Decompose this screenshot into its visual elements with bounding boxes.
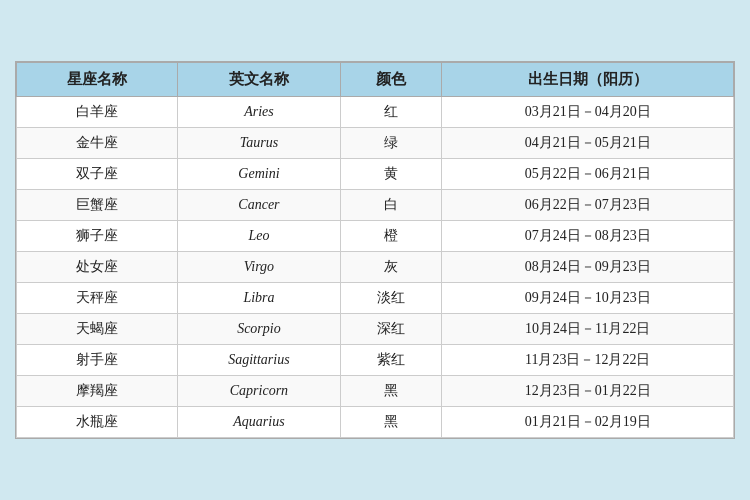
table-cell-3-0: 巨蟹座 — [17, 190, 178, 221]
table-cell-5-1: Virgo — [177, 252, 341, 283]
table-header-3: 出生日期（阳历） — [442, 63, 734, 97]
table-cell-7-0: 天蝎座 — [17, 314, 178, 345]
table-row: 水瓶座Aquarius黑01月21日－02月19日 — [17, 407, 734, 438]
table-cell-8-0: 射手座 — [17, 345, 178, 376]
table-cell-9-1: Capricorn — [177, 376, 341, 407]
table-cell-5-3: 08月24日－09月23日 — [442, 252, 734, 283]
table-cell-8-1: Sagittarius — [177, 345, 341, 376]
table-row: 白羊座Aries红03月21日－04月20日 — [17, 97, 734, 128]
table-cell-5-2: 灰 — [341, 252, 442, 283]
table-cell-7-1: Scorpio — [177, 314, 341, 345]
table-cell-5-0: 处女座 — [17, 252, 178, 283]
table-row: 天秤座Libra淡红09月24日－10月23日 — [17, 283, 734, 314]
table-cell-8-2: 紫红 — [341, 345, 442, 376]
table-body: 白羊座Aries红03月21日－04月20日金牛座Taurus绿04月21日－0… — [17, 97, 734, 438]
zodiac-table-container: 星座名称英文名称颜色出生日期（阳历） 白羊座Aries红03月21日－04月20… — [15, 61, 735, 439]
table-cell-4-2: 橙 — [341, 221, 442, 252]
table-cell-6-3: 09月24日－10月23日 — [442, 283, 734, 314]
table-row: 双子座Gemini黄05月22日－06月21日 — [17, 159, 734, 190]
table-cell-4-1: Leo — [177, 221, 341, 252]
table-cell-10-2: 黑 — [341, 407, 442, 438]
table-header-2: 颜色 — [341, 63, 442, 97]
table-cell-0-0: 白羊座 — [17, 97, 178, 128]
table-cell-8-3: 11月23日－12月22日 — [442, 345, 734, 376]
table-cell-0-1: Aries — [177, 97, 341, 128]
table-cell-3-3: 06月22日－07月23日 — [442, 190, 734, 221]
table-cell-2-1: Gemini — [177, 159, 341, 190]
table-cell-1-3: 04月21日－05月21日 — [442, 128, 734, 159]
table-cell-3-2: 白 — [341, 190, 442, 221]
table-cell-10-1: Aquarius — [177, 407, 341, 438]
table-cell-2-0: 双子座 — [17, 159, 178, 190]
zodiac-table: 星座名称英文名称颜色出生日期（阳历） 白羊座Aries红03月21日－04月20… — [16, 62, 734, 438]
table-cell-9-0: 摩羯座 — [17, 376, 178, 407]
table-cell-4-3: 07月24日－08月23日 — [442, 221, 734, 252]
table-row: 摩羯座Capricorn黑12月23日－01月22日 — [17, 376, 734, 407]
table-cell-6-1: Libra — [177, 283, 341, 314]
table-cell-2-2: 黄 — [341, 159, 442, 190]
table-cell-6-0: 天秤座 — [17, 283, 178, 314]
table-cell-0-2: 红 — [341, 97, 442, 128]
table-cell-10-3: 01月21日－02月19日 — [442, 407, 734, 438]
table-cell-4-0: 狮子座 — [17, 221, 178, 252]
table-cell-10-0: 水瓶座 — [17, 407, 178, 438]
table-cell-1-2: 绿 — [341, 128, 442, 159]
table-cell-2-3: 05月22日－06月21日 — [442, 159, 734, 190]
table-header-row: 星座名称英文名称颜色出生日期（阳历） — [17, 63, 734, 97]
table-header-1: 英文名称 — [177, 63, 341, 97]
table-row: 巨蟹座Cancer白06月22日－07月23日 — [17, 190, 734, 221]
table-row: 天蝎座Scorpio深红10月24日－11月22日 — [17, 314, 734, 345]
table-cell-1-1: Taurus — [177, 128, 341, 159]
table-row: 处女座Virgo灰08月24日－09月23日 — [17, 252, 734, 283]
table-cell-9-3: 12月23日－01月22日 — [442, 376, 734, 407]
table-header-0: 星座名称 — [17, 63, 178, 97]
table-cell-0-3: 03月21日－04月20日 — [442, 97, 734, 128]
table-row: 射手座Sagittarius紫红11月23日－12月22日 — [17, 345, 734, 376]
table-row: 狮子座Leo橙07月24日－08月23日 — [17, 221, 734, 252]
table-cell-7-3: 10月24日－11月22日 — [442, 314, 734, 345]
table-cell-7-2: 深红 — [341, 314, 442, 345]
table-cell-3-1: Cancer — [177, 190, 341, 221]
table-cell-9-2: 黑 — [341, 376, 442, 407]
table-cell-1-0: 金牛座 — [17, 128, 178, 159]
table-cell-6-2: 淡红 — [341, 283, 442, 314]
table-row: 金牛座Taurus绿04月21日－05月21日 — [17, 128, 734, 159]
